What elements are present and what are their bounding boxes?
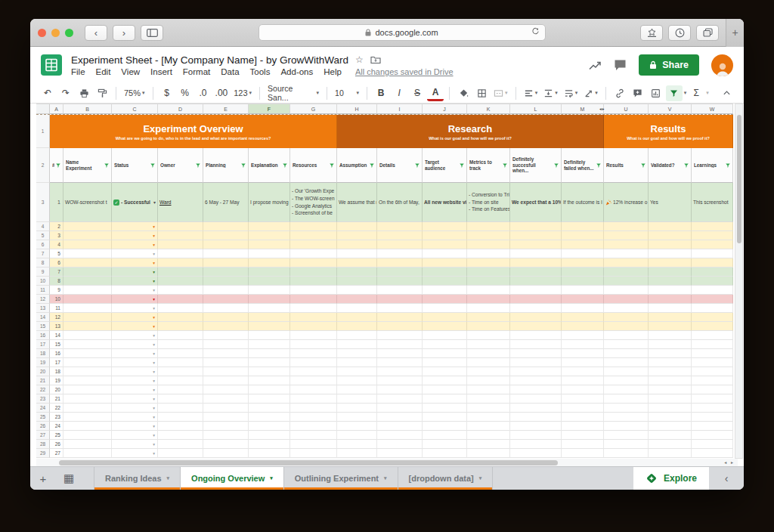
- add-sheet-button[interactable]: +: [30, 467, 56, 490]
- field-header-W[interactable]: Learnings: [692, 148, 733, 183]
- cell-F23[interactable]: [249, 394, 290, 404]
- cell-V8[interactable]: [649, 258, 692, 268]
- cell-U17[interactable]: [604, 340, 649, 349]
- cell-M21[interactable]: [562, 376, 604, 385]
- cell-G9[interactable]: [290, 268, 337, 277]
- cell-H16[interactable]: [337, 331, 377, 340]
- status-dropdown-icon[interactable]: ▾: [153, 388, 155, 392]
- cell-D29[interactable]: [158, 449, 203, 458]
- row-header-21[interactable]: 21: [36, 376, 50, 385]
- cell-H8[interactable]: [337, 258, 377, 268]
- status-dropdown-icon[interactable]: ▾: [153, 288, 155, 292]
- cell-W20[interactable]: [692, 367, 733, 376]
- cell-G5[interactable]: [290, 231, 337, 240]
- font-select[interactable]: Source San... ▾: [265, 85, 321, 101]
- status-dropdown-icon[interactable]: ▾: [153, 451, 155, 456]
- field-header-I[interactable]: Details: [377, 148, 423, 183]
- cell-L20[interactable]: [510, 367, 562, 376]
- cell-M16[interactable]: [562, 331, 604, 340]
- cell-M22[interactable]: [562, 385, 604, 394]
- cell-J28[interactable]: [423, 440, 467, 449]
- cell-A21[interactable]: 19: [50, 376, 63, 385]
- address-bar[interactable]: docs.google.com: [259, 24, 546, 41]
- cell-C17[interactable]: ▾: [112, 340, 158, 349]
- status-dropdown-icon[interactable]: ▾: [153, 279, 155, 283]
- cell-D21[interactable]: [158, 376, 203, 385]
- cell-U13[interactable]: [604, 304, 649, 313]
- document-title[interactable]: Experiment Sheet - [My Company Name] - b…: [71, 54, 348, 66]
- cell-I19[interactable]: [377, 358, 423, 367]
- cell-U5[interactable]: [604, 231, 649, 240]
- cell-E23[interactable]: [203, 394, 249, 404]
- cell-L18[interactable]: [510, 349, 562, 358]
- field-header-D[interactable]: Owner: [158, 148, 203, 183]
- cell-I29[interactable]: [377, 449, 423, 458]
- cell-I25[interactable]: [377, 413, 423, 422]
- cell-E19[interactable]: [203, 358, 249, 367]
- cell-B7[interactable]: [63, 249, 112, 258]
- collapse-toolbar-button[interactable]: [718, 85, 735, 101]
- menu-data[interactable]: Data: [221, 67, 239, 76]
- cell-M4[interactable]: [562, 222, 604, 231]
- cell-J7[interactable]: [423, 249, 467, 258]
- cell-V4[interactable]: [649, 222, 692, 231]
- row-header-16[interactable]: 16: [36, 331, 50, 340]
- cell-G18[interactable]: [290, 349, 337, 358]
- cell-J3[interactable]: All new website vi: [423, 183, 467, 222]
- cell-V7[interactable]: [649, 249, 692, 258]
- cell-H26[interactable]: [337, 422, 377, 431]
- cell-W21[interactable]: [692, 376, 733, 385]
- status-dropdown-icon[interactable]: ▾: [153, 424, 155, 428]
- cell-B28[interactable]: [63, 440, 112, 449]
- cell-I18[interactable]: [377, 349, 423, 358]
- cell-K27[interactable]: [467, 431, 510, 440]
- cell-H22[interactable]: [337, 385, 377, 394]
- row-header-15[interactable]: 15: [36, 322, 50, 331]
- cell-J12[interactable]: [423, 295, 467, 304]
- increase-decimal-button[interactable]: .00: [213, 85, 231, 101]
- cell-L11[interactable]: [510, 286, 562, 295]
- cell-J15[interactable]: [423, 322, 467, 331]
- cell-M14[interactable]: [562, 313, 604, 322]
- cell-W14[interactable]: [692, 313, 733, 322]
- cell-J21[interactable]: [423, 376, 467, 385]
- cell-E5[interactable]: [203, 231, 249, 240]
- refresh-button[interactable]: [531, 27, 540, 36]
- status-dropdown-icon[interactable]: ▾: [153, 442, 155, 447]
- row-header-29[interactable]: 29: [36, 449, 50, 458]
- cell-C11[interactable]: ▾: [112, 286, 158, 295]
- cell-F10[interactable]: [249, 277, 290, 286]
- cell-V9[interactable]: [649, 268, 692, 277]
- cell-F15[interactable]: [249, 322, 290, 331]
- cell-E4[interactable]: [203, 222, 249, 231]
- column-filter-icon[interactable]: [725, 162, 731, 169]
- strikethrough-button[interactable]: S: [409, 85, 426, 101]
- cell-J20[interactable]: [423, 367, 467, 376]
- tab-outlining-experiment[interactable]: Outlining Experiment▾: [284, 467, 398, 490]
- cell-F4[interactable]: [249, 222, 290, 231]
- cell-D9[interactable]: [158, 268, 203, 277]
- cell-F17[interactable]: [249, 340, 290, 349]
- cell-B19[interactable]: [63, 358, 112, 367]
- cell-G7[interactable]: [290, 249, 337, 258]
- cell-U19[interactable]: [604, 358, 649, 367]
- status-dropdown-icon[interactable]: ▾: [153, 315, 155, 320]
- cell-A14[interactable]: 12: [50, 313, 63, 322]
- cell-I14[interactable]: [377, 313, 423, 322]
- cell-F19[interactable]: [249, 358, 290, 367]
- cell-I17[interactable]: [377, 340, 423, 349]
- cell-I8[interactable]: [377, 258, 423, 268]
- cell-M8[interactable]: [562, 258, 604, 268]
- col-header-H[interactable]: H: [337, 104, 377, 114]
- cell-U27[interactable]: [604, 431, 649, 440]
- field-header-L[interactable]: Definitely succesfull when...: [510, 148, 562, 183]
- cell-L9[interactable]: [510, 268, 562, 277]
- cell-J16[interactable]: [423, 331, 467, 340]
- cell-E9[interactable]: [203, 268, 249, 277]
- column-filter-icon[interactable]: [502, 162, 508, 169]
- cell-I21[interactable]: [377, 376, 423, 385]
- cell-E14[interactable]: [203, 313, 249, 322]
- section-cell-3[interactable]: ResultsWhat is our goal and how will we …: [604, 115, 733, 148]
- cell-W27[interactable]: [692, 431, 733, 440]
- history-button[interactable]: [668, 25, 691, 41]
